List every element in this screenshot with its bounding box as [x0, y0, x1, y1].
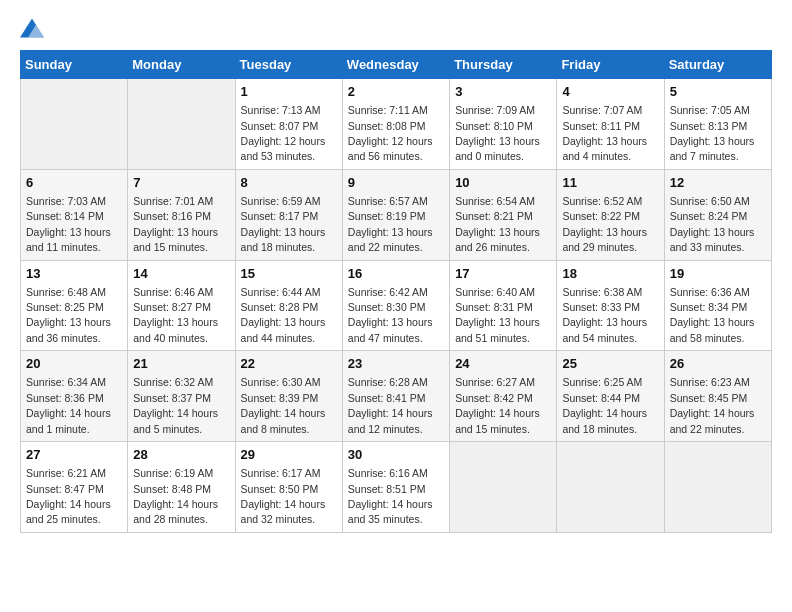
calendar-day-cell: 12 Sunrise: 6:50 AM Sunset: 8:24 PM Dayl…	[664, 169, 771, 260]
day-number: 28	[133, 446, 229, 464]
day-sunset: Sunset: 8:45 PM	[670, 392, 748, 404]
weekday-header: Friday	[557, 51, 664, 79]
calendar-day-cell: 8 Sunrise: 6:59 AM Sunset: 8:17 PM Dayli…	[235, 169, 342, 260]
day-sunrise: Sunrise: 6:42 AM	[348, 286, 428, 298]
day-number: 20	[26, 355, 122, 373]
day-sunset: Sunset: 8:31 PM	[455, 301, 533, 313]
day-daylight: Daylight: 14 hours and 15 minutes.	[455, 407, 540, 434]
day-number: 30	[348, 446, 444, 464]
day-sunset: Sunset: 8:48 PM	[133, 483, 211, 495]
day-daylight: Daylight: 13 hours and 26 minutes.	[455, 226, 540, 253]
day-number: 8	[241, 174, 337, 192]
day-sunrise: Sunrise: 6:30 AM	[241, 376, 321, 388]
day-number: 9	[348, 174, 444, 192]
day-daylight: Daylight: 13 hours and 15 minutes.	[133, 226, 218, 253]
day-number: 1	[241, 83, 337, 101]
calendar-day-cell: 29 Sunrise: 6:17 AM Sunset: 8:50 PM Dayl…	[235, 442, 342, 533]
day-sunrise: Sunrise: 6:54 AM	[455, 195, 535, 207]
day-number: 3	[455, 83, 551, 101]
calendar-day-cell: 21 Sunrise: 6:32 AM Sunset: 8:37 PM Dayl…	[128, 351, 235, 442]
calendar-day-cell: 4 Sunrise: 7:07 AM Sunset: 8:11 PM Dayli…	[557, 79, 664, 170]
day-sunrise: Sunrise: 6:19 AM	[133, 467, 213, 479]
day-sunrise: Sunrise: 7:07 AM	[562, 104, 642, 116]
day-sunrise: Sunrise: 6:36 AM	[670, 286, 750, 298]
day-daylight: Daylight: 14 hours and 22 minutes.	[670, 407, 755, 434]
day-daylight: Daylight: 13 hours and 29 minutes.	[562, 226, 647, 253]
day-sunrise: Sunrise: 6:23 AM	[670, 376, 750, 388]
day-sunrise: Sunrise: 6:21 AM	[26, 467, 106, 479]
day-sunrise: Sunrise: 7:11 AM	[348, 104, 428, 116]
day-sunset: Sunset: 8:24 PM	[670, 210, 748, 222]
day-sunrise: Sunrise: 6:25 AM	[562, 376, 642, 388]
day-sunset: Sunset: 8:30 PM	[348, 301, 426, 313]
day-sunrise: Sunrise: 7:05 AM	[670, 104, 750, 116]
day-number: 24	[455, 355, 551, 373]
day-sunrise: Sunrise: 6:48 AM	[26, 286, 106, 298]
day-daylight: Daylight: 13 hours and 7 minutes.	[670, 135, 755, 162]
day-sunset: Sunset: 8:37 PM	[133, 392, 211, 404]
day-sunrise: Sunrise: 6:50 AM	[670, 195, 750, 207]
day-sunset: Sunset: 8:44 PM	[562, 392, 640, 404]
day-number: 14	[133, 265, 229, 283]
day-sunrise: Sunrise: 6:32 AM	[133, 376, 213, 388]
day-daylight: Daylight: 14 hours and 12 minutes.	[348, 407, 433, 434]
day-daylight: Daylight: 14 hours and 32 minutes.	[241, 498, 326, 525]
day-daylight: Daylight: 13 hours and 11 minutes.	[26, 226, 111, 253]
day-number: 10	[455, 174, 551, 192]
day-sunset: Sunset: 8:33 PM	[562, 301, 640, 313]
day-sunset: Sunset: 8:39 PM	[241, 392, 319, 404]
day-sunrise: Sunrise: 6:57 AM	[348, 195, 428, 207]
day-sunset: Sunset: 8:13 PM	[670, 120, 748, 132]
day-sunset: Sunset: 8:42 PM	[455, 392, 533, 404]
weekday-header: Monday	[128, 51, 235, 79]
calendar-day-cell: 2 Sunrise: 7:11 AM Sunset: 8:08 PM Dayli…	[342, 79, 449, 170]
day-sunrise: Sunrise: 6:28 AM	[348, 376, 428, 388]
calendar-day-cell: 13 Sunrise: 6:48 AM Sunset: 8:25 PM Dayl…	[21, 260, 128, 351]
day-sunset: Sunset: 8:11 PM	[562, 120, 640, 132]
calendar-week-row: 13 Sunrise: 6:48 AM Sunset: 8:25 PM Dayl…	[21, 260, 772, 351]
calendar-day-cell	[557, 442, 664, 533]
calendar-week-row: 6 Sunrise: 7:03 AM Sunset: 8:14 PM Dayli…	[21, 169, 772, 260]
day-sunset: Sunset: 8:28 PM	[241, 301, 319, 313]
logo-icon	[20, 18, 44, 38]
day-daylight: Daylight: 13 hours and 33 minutes.	[670, 226, 755, 253]
calendar-day-cell	[664, 442, 771, 533]
day-daylight: Daylight: 13 hours and 18 minutes.	[241, 226, 326, 253]
calendar-day-cell: 25 Sunrise: 6:25 AM Sunset: 8:44 PM Dayl…	[557, 351, 664, 442]
day-daylight: Daylight: 13 hours and 47 minutes.	[348, 316, 433, 343]
weekday-header-row: SundayMondayTuesdayWednesdayThursdayFrid…	[21, 51, 772, 79]
day-number: 26	[670, 355, 766, 373]
day-number: 2	[348, 83, 444, 101]
day-number: 25	[562, 355, 658, 373]
calendar-day-cell: 18 Sunrise: 6:38 AM Sunset: 8:33 PM Dayl…	[557, 260, 664, 351]
day-number: 18	[562, 265, 658, 283]
calendar-day-cell: 1 Sunrise: 7:13 AM Sunset: 8:07 PM Dayli…	[235, 79, 342, 170]
day-daylight: Daylight: 14 hours and 8 minutes.	[241, 407, 326, 434]
day-sunrise: Sunrise: 6:34 AM	[26, 376, 106, 388]
day-number: 23	[348, 355, 444, 373]
day-number: 21	[133, 355, 229, 373]
calendar-day-cell: 27 Sunrise: 6:21 AM Sunset: 8:47 PM Dayl…	[21, 442, 128, 533]
calendar-week-row: 20 Sunrise: 6:34 AM Sunset: 8:36 PM Dayl…	[21, 351, 772, 442]
day-number: 6	[26, 174, 122, 192]
day-daylight: Daylight: 14 hours and 35 minutes.	[348, 498, 433, 525]
day-sunrise: Sunrise: 6:46 AM	[133, 286, 213, 298]
calendar-day-cell: 10 Sunrise: 6:54 AM Sunset: 8:21 PM Dayl…	[450, 169, 557, 260]
day-number: 19	[670, 265, 766, 283]
day-sunset: Sunset: 8:50 PM	[241, 483, 319, 495]
day-sunrise: Sunrise: 7:09 AM	[455, 104, 535, 116]
calendar-week-row: 27 Sunrise: 6:21 AM Sunset: 8:47 PM Dayl…	[21, 442, 772, 533]
day-sunrise: Sunrise: 7:01 AM	[133, 195, 213, 207]
calendar-day-cell: 14 Sunrise: 6:46 AM Sunset: 8:27 PM Dayl…	[128, 260, 235, 351]
day-sunrise: Sunrise: 6:40 AM	[455, 286, 535, 298]
page-header	[20, 20, 772, 40]
day-sunrise: Sunrise: 6:16 AM	[348, 467, 428, 479]
day-sunset: Sunset: 8:27 PM	[133, 301, 211, 313]
day-daylight: Daylight: 13 hours and 54 minutes.	[562, 316, 647, 343]
day-sunset: Sunset: 8:22 PM	[562, 210, 640, 222]
day-number: 11	[562, 174, 658, 192]
calendar-day-cell: 28 Sunrise: 6:19 AM Sunset: 8:48 PM Dayl…	[128, 442, 235, 533]
calendar-day-cell: 19 Sunrise: 6:36 AM Sunset: 8:34 PM Dayl…	[664, 260, 771, 351]
day-number: 15	[241, 265, 337, 283]
day-daylight: Daylight: 14 hours and 5 minutes.	[133, 407, 218, 434]
